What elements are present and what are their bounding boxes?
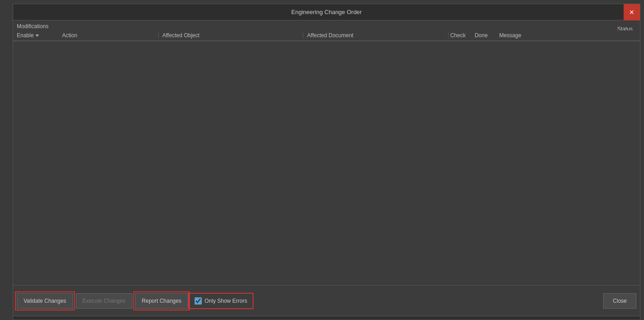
action-col-label: Action <box>62 32 77 39</box>
section-labels-row: Modifications Status <box>13 20 640 30</box>
col-action-header: Action <box>59 32 158 39</box>
title-bar: Engineering Change Order ✕ <box>13 4 640 20</box>
report-changes-label: Report Changes <box>142 298 181 304</box>
table-body <box>13 41 640 285</box>
validate-changes-button[interactable]: Validate Changes <box>17 293 73 309</box>
message-col-label: Message <box>499 32 522 39</box>
footer: Validate Changes Execute Changes Report … <box>13 285 640 316</box>
affected-object-col-label: Affected Object <box>162 32 200 39</box>
background: Engineering Change Order ✕ Modifications… <box>0 0 644 320</box>
enable-col-label: Enable <box>17 32 34 39</box>
col-check-header: Check <box>448 32 473 39</box>
only-show-errors-checkbox[interactable] <box>195 297 202 305</box>
columns-header-row: Enable Action Affected Object Affected D… <box>13 30 640 41</box>
close-icon: ✕ <box>629 9 634 16</box>
check-col-label: Check <box>450 32 466 39</box>
report-changes-button[interactable]: Report Changes <box>135 293 188 309</box>
content-area: Modifications Status Enable Action Affec… <box>13 20 640 320</box>
dialog-title: Engineering Change Order <box>291 9 361 15</box>
close-button[interactable]: Close <box>603 293 636 309</box>
execute-changes-button[interactable]: Execute Changes <box>76 293 132 309</box>
affected-document-col-label: Affected Document <box>307 32 353 39</box>
dialog: Engineering Change Order ✕ Modifications… <box>13 4 640 320</box>
only-show-errors-group: Only Show Errors <box>191 295 251 306</box>
enable-dropdown-icon[interactable] <box>35 34 39 37</box>
col-enable-header: Enable <box>13 32 59 39</box>
execute-changes-label: Execute Changes <box>83 298 126 304</box>
col-message-header: Message <box>496 32 640 39</box>
modifications-section-label: Modifications <box>13 20 52 30</box>
dialog-close-button[interactable]: ✕ <box>624 4 640 20</box>
validate-changes-label: Validate Changes <box>24 298 66 304</box>
col-done-header: Done <box>473 32 496 39</box>
col-affected-object-header: Affected Object <box>158 32 303 39</box>
only-show-errors-label[interactable]: Only Show Errors <box>205 298 247 304</box>
close-label: Close <box>613 298 627 304</box>
table-header: Modifications Status Enable Action Affec… <box>13 20 640 41</box>
done-col-label: Done <box>475 32 488 39</box>
col-affected-document-header: Affected Document <box>303 32 448 39</box>
bottom-bar <box>13 316 640 320</box>
